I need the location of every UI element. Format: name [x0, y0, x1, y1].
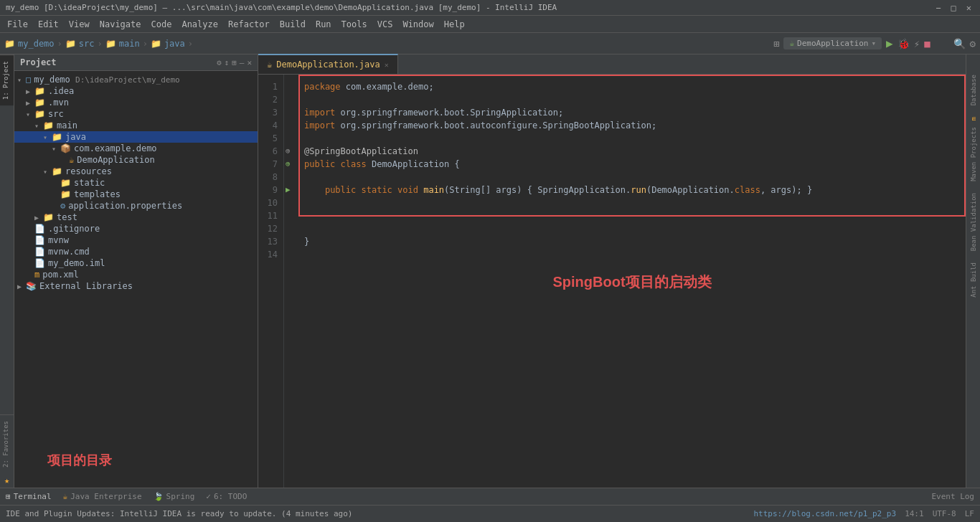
panel-sort-icon[interactable]: ↕	[225, 58, 230, 67]
menu-run[interactable]: Run	[311, 18, 336, 31]
todo-label: 6: TODO	[214, 492, 247, 501]
panel-settings-icon[interactable]: ⚙	[217, 58, 222, 67]
status-left: IDE and Plugin Updates: IntelliJ IDEA is…	[6, 509, 352, 518]
menu-refactor[interactable]: Refactor	[224, 18, 274, 31]
tab-close-btn[interactable]: ✕	[385, 61, 389, 69]
right-strip-maven-label[interactable]: Maven Projects	[970, 127, 977, 181]
tree-item-test[interactable]: ▶ 📁 test	[14, 212, 258, 223]
stop-button[interactable]: ■	[924, 38, 930, 49]
menu-bar: File Edit View Navigate Code Analyze Ref…	[0, 16, 980, 33]
breadcrumb-main[interactable]: main	[119, 39, 140, 49]
search-everywhere-button[interactable]: 🔍	[953, 38, 966, 49]
breadcrumb-my-demo[interactable]: my_demo	[18, 39, 55, 49]
spring-tab[interactable]: 🍃 Spring	[154, 492, 195, 501]
window-controls: − □ ✕	[933, 3, 974, 13]
close-btn[interactable]: ✕	[963, 3, 974, 13]
right-strip-maven[interactable]: m	[970, 117, 977, 120]
encoding-indicator: UTF-8	[933, 509, 956, 518]
tab-project[interactable]: 1: Project	[0, 54, 14, 105]
maximize-btn[interactable]: □	[948, 3, 959, 13]
menu-code[interactable]: Code	[147, 18, 176, 31]
menu-analyze[interactable]: Analyze	[177, 18, 222, 31]
spring-label: Spring	[166, 492, 195, 501]
settings-button[interactable]: ⚙	[970, 38, 976, 49]
right-strip-database[interactable]: Database	[970, 75, 977, 105]
folder-icon-src: 📁	[34, 109, 45, 119]
run-config[interactable]: ☕ DemoApplication ▾	[783, 37, 882, 49]
menu-window[interactable]: Window	[398, 18, 438, 31]
menu-file[interactable]: File	[3, 18, 32, 31]
tab-filename: DemoApplication.java	[276, 60, 380, 70]
run-button[interactable]: ▶	[886, 37, 893, 50]
event-log-btn[interactable]: Event Log	[931, 492, 974, 501]
line-ending-indicator: LF	[965, 509, 974, 518]
menu-tools[interactable]: Tools	[337, 18, 372, 31]
tree-item-external-libs[interactable]: ▶ 📚 External Libraries	[14, 280, 258, 292]
tree-item-src[interactable]: ▾ 📁 src	[14, 108, 258, 120]
position-indicator: 14:1	[905, 509, 924, 518]
coverage-button[interactable]: ⚡	[914, 38, 920, 49]
panel-collapse-icon[interactable]: —	[240, 58, 245, 67]
code-line-2	[304, 93, 960, 106]
todo-tab[interactable]: ✓ 6: TODO	[206, 492, 247, 501]
tree-item-gitignore[interactable]: 📄 .gitignore	[14, 223, 258, 234]
tree-item-pom[interactable]: m pom.xml	[14, 269, 258, 280]
package-icon: 📦	[60, 143, 71, 153]
minimize-btn[interactable]: −	[933, 3, 943, 13]
code-area[interactable]: package com.example.demo; import org.spr…	[298, 75, 966, 488]
java-enterprise-label: Java Enterprise	[70, 492, 141, 501]
menu-navigate[interactable]: Navigate	[95, 18, 146, 31]
right-strip-ant[interactable]: Ant Build	[970, 262, 977, 298]
menu-edit[interactable]: Edit	[34, 18, 63, 31]
java-icon-demo: ☕	[69, 155, 74, 165]
breadcrumb-java[interactable]: java	[164, 39, 185, 49]
right-strip-bean[interactable]: Bean Validation	[970, 193, 977, 251]
tree-item-main[interactable]: ▾ 📁 main	[14, 120, 258, 131]
tree-item-resources[interactable]: ▾ 📁 resources	[14, 166, 258, 177]
tree-label-iml: my_demo.iml	[48, 258, 105, 268]
menu-help[interactable]: Help	[440, 18, 469, 31]
tree-item-com-example-demo[interactable]: ▾ 📦 com.example.demo	[14, 143, 258, 154]
springboot-annotation: SpingBoot项目的启动类	[541, 262, 722, 301]
tree-item-iml[interactable]: 📄 my_demo.iml	[14, 257, 258, 269]
java-enterprise-tab[interactable]: ☕ Java Enterprise	[63, 492, 142, 501]
title-text: my_demo [D:\ideaProject\my_demo] – ...\s…	[6, 3, 557, 12]
java-enterprise-icon: ☕	[63, 492, 68, 501]
folder-icon-java: 📁	[52, 132, 62, 142]
tree-label-java: java	[65, 132, 86, 142]
tree-item-mvnw[interactable]: 📄 mvnw	[14, 234, 258, 246]
tree-arrow-main: ▾	[34, 122, 43, 130]
panel-expand-icon[interactable]: ⊞	[232, 58, 237, 67]
code-line-1: package com.example.demo;	[304, 80, 960, 93]
terminal-tab[interactable]: ⊞ Terminal	[6, 492, 52, 501]
tree-item-mvnw-cmd[interactable]: 📄 mvnw.cmd	[14, 246, 258, 257]
tab-favorites[interactable]: 2: Favorites	[0, 414, 14, 473]
menu-build[interactable]: Build	[275, 18, 310, 31]
file-icon-git: 📄	[34, 224, 45, 234]
editor-tab-demo[interactable]: ☕ DemoApplication.java ✕	[258, 54, 398, 74]
menu-view[interactable]: View	[65, 18, 94, 31]
tree-label-pom: pom.xml	[42, 270, 79, 280]
tree-item-static[interactable]: 📁 static	[14, 177, 258, 189]
tree-label-main: main	[57, 120, 77, 130]
tree-item-java[interactable]: ▾ 📁 java	[14, 131, 258, 143]
update-message: IDE and Plugin Updates: IntelliJ IDEA is…	[6, 509, 352, 518]
folder-icon-idea: 📁	[34, 86, 45, 96]
tree-item-my-demo[interactable]: ▾ □ my_demo D:\ideaProject\my_demo	[14, 74, 258, 85]
tree-item-demo-application[interactable]: ☕ DemoApplication	[14, 154, 258, 166]
panel-close-icon[interactable]: ✕	[247, 58, 252, 67]
tree-item-app-props[interactable]: ⚙ application.properties	[14, 200, 258, 212]
blog-url[interactable]: https://blog.csdn.net/p1_p2_p3	[753, 509, 896, 518]
tree-label-mvn: .mvn	[48, 98, 69, 108]
menu-vcs[interactable]: VCS	[373, 18, 397, 31]
tree-arrow-resources: ▾	[43, 168, 52, 176]
tree-item-idea[interactable]: ▶ 📁 .idea	[14, 85, 258, 97]
project-annotation-area: 项目的目录	[14, 433, 258, 488]
file-icon-cmd: 📄	[34, 247, 45, 257]
breadcrumb-src[interactable]: src	[79, 39, 95, 49]
tree-item-mvn[interactable]: ▶ 📁 .mvn	[14, 97, 258, 108]
tree-item-templates[interactable]: 📁 templates	[14, 189, 258, 200]
code-line-14	[304, 248, 960, 261]
debug-button[interactable]: 🐞	[897, 38, 910, 49]
code-line-12	[304, 222, 960, 235]
